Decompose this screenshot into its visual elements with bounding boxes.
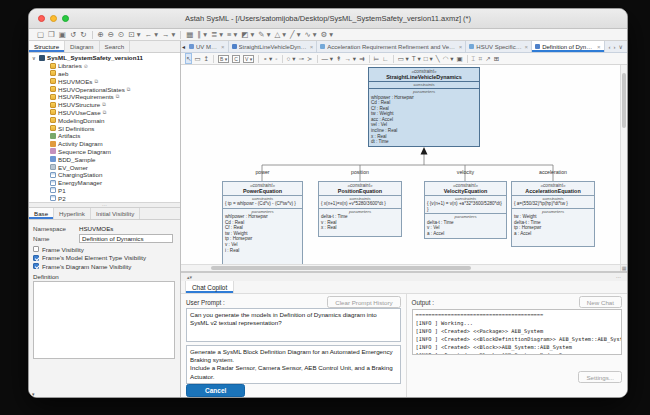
constraint-block-positionequation[interactable]: «constraint» PositionEquation constraint… [318, 181, 402, 237]
connector-tool[interactable]: — ▾ [322, 54, 334, 63]
expander-icon[interactable]: ∨ [32, 55, 37, 61]
value-type-tool[interactable]: V ▾ [243, 55, 254, 63]
separator[interactable] [317, 55, 318, 63]
separator[interactable] [213, 55, 214, 63]
open-folder-icon[interactable]: ❐ [48, 30, 55, 40]
port-tool[interactable]: ∘ ▾ [263, 54, 272, 63]
association-tool[interactable]: ○ ▾ [287, 54, 296, 63]
scroll-down-icon[interactable]: ▾ [32, 391, 35, 397]
name-input[interactable] [79, 234, 173, 243]
output-log[interactable]: ========================================… [412, 309, 622, 355]
property-tab[interactable]: Hyperlink [54, 208, 91, 219]
zoom-reset-icon[interactable]: ⊙ [118, 30, 124, 40]
constraint-tool[interactable]: ⊨ [374, 54, 380, 63]
back-icon[interactable]: ← ▾ [145, 30, 158, 40]
shape-icon[interactable]: △ ▾ [274, 30, 286, 40]
overview-tool[interactable]: ⊞ [494, 54, 499, 63]
style-icon[interactable]: ∿ ▾ [304, 30, 316, 40]
close-tab-icon[interactable]: × [525, 44, 529, 50]
clear-prompt-history-button[interactable]: Clear Prompt History [327, 296, 400, 308]
cancel-button[interactable]: Cancel [186, 384, 245, 397]
flow-tool[interactable]: → ▾ [345, 54, 357, 63]
save-icon[interactable]: ▣ [59, 30, 66, 40]
diagram-tab[interactable]: HSUV Specification × [466, 41, 532, 52]
text-tool[interactable]: T ▾ [412, 54, 421, 63]
scrollbar-thumb[interactable] [622, 73, 626, 128]
separator[interactable] [282, 55, 283, 63]
tab-list-icon[interactable]: ∨ [619, 43, 623, 50]
tree-item[interactable]: SI Definitions [29, 124, 180, 132]
constraint-block-powerequation[interactable]: «constraint» PowerEquation constraints {… [222, 181, 303, 269]
prompt-entry-2[interactable]: Generate a SysML Block Definition Diagra… [186, 345, 401, 384]
property-tab[interactable]: Base [29, 208, 54, 219]
jump-tool[interactable]: ↗ [485, 54, 490, 63]
undo-icon[interactable]: ↺ [70, 30, 76, 40]
new-chat-button[interactable]: New Chat [579, 296, 622, 308]
tree-item[interactable]: HSUVStructure ⧉ [29, 101, 180, 109]
tree-item[interactable]: Libraries ⊘ [29, 62, 180, 70]
actor-tool[interactable]: ◦ [275, 54, 277, 63]
zoom-in-icon[interactable]: ⊕ [98, 30, 104, 40]
diagram-tab[interactable]: UV MOEs × [186, 41, 229, 52]
constraint-block-tool[interactable]: C [232, 55, 240, 63]
beam-tool[interactable]: ⌶ [472, 54, 476, 63]
tree-item[interactable]: BDD_Sample [29, 155, 180, 163]
property-tab[interactable]: Initial Visibility [91, 208, 140, 219]
definition-textarea[interactable] [33, 281, 175, 359]
settings-button[interactable]: Settings... [578, 371, 622, 383]
align-icon[interactable]: ∥ ▾ [197, 30, 207, 40]
tree-item[interactable]: ChargingStation [29, 171, 180, 179]
block-tool[interactable]: B ▾ [218, 55, 229, 63]
left-panel-tab[interactable]: Structure [29, 41, 65, 52]
tree-item[interactable]: HSUVMOEs ⧉ [29, 77, 180, 85]
left-panel-tab[interactable]: Diagram [65, 41, 99, 52]
panel-menu-icon[interactable]: ⋯ [616, 274, 621, 280]
tree-item[interactable]: ModelingDomain [29, 116, 180, 124]
layer-icon[interactable]: ≡ ▾ [227, 30, 237, 40]
close-tab-icon[interactable]: × [459, 44, 463, 50]
tree-item[interactable]: HSUVRequirements ⧉ [29, 93, 180, 101]
settings-gear-icon[interactable]: ⚙ ▾ [321, 30, 334, 40]
separator[interactable] [393, 55, 394, 63]
tree-item[interactable]: ∨ SysML_SystemSafety_version11 [29, 54, 180, 62]
visibility-checkbox-row[interactable]: Frame's Diagram Name Visibility [33, 262, 176, 271]
line-icon[interactable]: ╱ ▾ [290, 30, 300, 40]
dependency-tool[interactable]: ↟ [336, 54, 341, 63]
close-window-button[interactable] [38, 15, 45, 22]
tree-item[interactable]: EnergyManager [29, 179, 180, 187]
checkbox-icon[interactable] [33, 263, 39, 269]
fullscreen-window-button[interactable] [62, 15, 69, 22]
next-tab-icon[interactable]: › [614, 44, 616, 50]
collapse-panel-icons[interactable]: ▴▾ [187, 274, 192, 280]
horizontal-scrollbar[interactable] [181, 264, 620, 271]
tree-item[interactable]: aeb [29, 70, 180, 78]
scrollbar-thumb[interactable] [211, 266, 471, 270]
tree-item[interactable]: P1 [29, 187, 180, 195]
corner-line-tool[interactable]: ∟ [382, 54, 388, 63]
tree-item[interactable]: Sequence Diagram [29, 148, 180, 156]
new-file-icon[interactable]: ▢ [37, 30, 44, 40]
vertical-scrollbar[interactable] [620, 65, 627, 264]
tree-item[interactable]: Artifacts [29, 132, 180, 140]
diagonal-tool[interactable]: ╲ [436, 54, 440, 63]
zoom-out-icon[interactable]: ⊖ [108, 30, 114, 40]
separator[interactable] [467, 55, 468, 63]
rect-tool[interactable]: □ ▾ [424, 54, 433, 63]
prompt-entry-1[interactable]: Can you generate the models in Definitio… [186, 308, 401, 342]
image-tool[interactable]: ▣ [456, 54, 462, 63]
map-view-icon[interactable]: ▦ [186, 30, 193, 40]
grid-tool[interactable]: ⌗ [479, 54, 483, 63]
generalization-tool[interactable]: ≻ [307, 54, 312, 63]
frame-tool[interactable]: ▭ ▾ [398, 54, 409, 63]
checkbox-icon[interactable] [33, 255, 39, 261]
composition-tool[interactable]: ⊸ [299, 54, 304, 63]
separator[interactable] [92, 31, 93, 39]
item-flow-tool[interactable]: ⇉ [359, 54, 364, 63]
lasso-tool[interactable]: ▭ [194, 54, 200, 63]
select-tool[interactable]: ↖ [186, 54, 191, 63]
fill-color-icon[interactable]: ◩ ▾ [241, 30, 254, 40]
separator[interactable] [258, 55, 259, 63]
diagram-tab[interactable]: StraightLineVehicleDynamics × [229, 41, 318, 52]
tree-item[interactable]: HSUVUseCase ⧉ [29, 109, 180, 117]
tree-item[interactable]: HSUVOperationalStates ⧉ [29, 85, 180, 93]
